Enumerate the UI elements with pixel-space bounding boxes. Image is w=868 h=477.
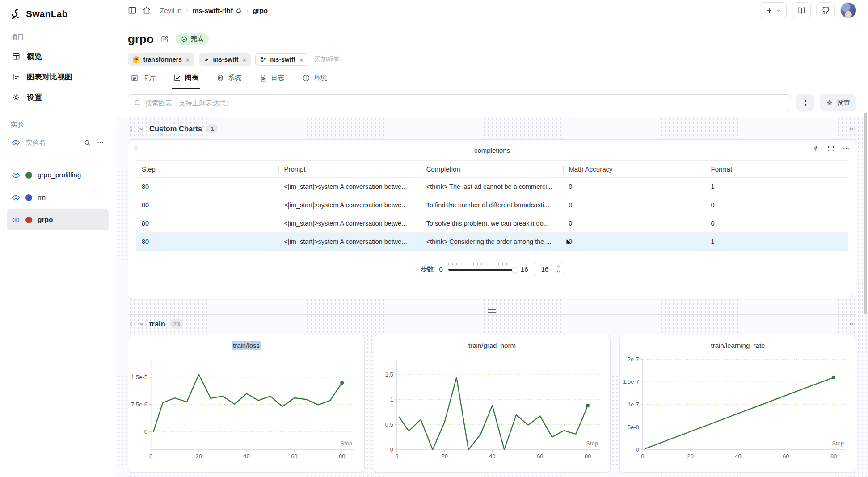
table-row[interactable]: 80<|im_start|>system A conversation betw… bbox=[136, 196, 848, 214]
tab-info[interactable]: 环境 bbox=[302, 74, 327, 88]
fullscreen-icon[interactable] bbox=[827, 145, 834, 152]
section-resize-handle[interactable] bbox=[488, 309, 496, 313]
table-row[interactable]: 80<|im_start|>system A conversation betw… bbox=[136, 233, 848, 251]
card-drag-handle-icon[interactable] bbox=[134, 144, 139, 150]
svg-text:1e-7: 1e-7 bbox=[628, 401, 639, 408]
visibility-eye-icon[interactable] bbox=[12, 193, 20, 202]
sidebar-item-overview[interactable]: 概览 bbox=[7, 46, 109, 67]
git-branch-icon bbox=[260, 56, 267, 63]
log-icon bbox=[259, 74, 267, 82]
search-icon bbox=[134, 99, 141, 107]
gear-icon bbox=[826, 99, 833, 106]
experiment-name: grpo_profilling bbox=[38, 171, 81, 179]
table-row[interactable]: 80<|im_start|>system A conversation betw… bbox=[136, 214, 848, 233]
home-icon[interactable] bbox=[142, 6, 151, 15]
add-tag-button[interactable]: 添加标签... bbox=[315, 55, 345, 63]
section-divider bbox=[128, 314, 856, 315]
swift-icon bbox=[203, 56, 210, 63]
breadcrumb-project[interactable]: ms-swift-rlhf bbox=[193, 7, 242, 14]
sidebar-item-compare[interactable]: 图表对比视图 bbox=[7, 67, 109, 87]
card-more-icon[interactable] bbox=[843, 145, 850, 152]
svg-text:60: 60 bbox=[537, 453, 543, 460]
github-button[interactable] bbox=[816, 2, 835, 18]
column-header[interactable]: Math Accuracy bbox=[563, 161, 705, 178]
step-down-icon[interactable] bbox=[556, 269, 561, 274]
experiment-search-icon[interactable] bbox=[84, 139, 91, 146]
section-title: Custom Charts bbox=[149, 125, 202, 133]
chart-search-input[interactable] bbox=[145, 99, 785, 107]
remove-tag-icon[interactable]: × bbox=[186, 56, 190, 63]
toggle-all-visibility-icon[interactable] bbox=[12, 138, 20, 147]
drag-handle-icon[interactable] bbox=[128, 126, 134, 132]
step-up-icon[interactable] bbox=[556, 264, 561, 269]
collapse-sections-button[interactable] bbox=[796, 94, 814, 111]
table-cell: 0 bbox=[563, 196, 705, 214]
book-icon bbox=[797, 6, 806, 15]
step-slider-min: 0 bbox=[439, 265, 442, 273]
visibility-eye-icon[interactable] bbox=[12, 216, 20, 224]
svg-text:0: 0 bbox=[641, 453, 644, 460]
experiment-name: rm bbox=[38, 193, 46, 201]
edit-title-icon[interactable] bbox=[160, 35, 169, 43]
breadcrumb-experiment[interactable]: grpo bbox=[253, 7, 268, 14]
section-more-icon[interactable] bbox=[849, 320, 856, 328]
line-chart-train-learning_rate[interactable]: 05e-81e-71.5e-72e-7020406080Step bbox=[620, 356, 856, 473]
experiment-item-rm[interactable]: rm bbox=[7, 187, 109, 208]
chart-title: train/learning_rate bbox=[620, 335, 856, 356]
check-circle-icon bbox=[181, 36, 188, 42]
experiment-list: grpo_profillingrmgrpo bbox=[7, 164, 109, 230]
column-header[interactable]: Prompt bbox=[278, 161, 421, 178]
tab-card[interactable]: 卡片 bbox=[131, 74, 156, 88]
table-row[interactable]: 80<|im_start|>system A conversation betw… bbox=[136, 178, 848, 196]
experiment-item-grpo[interactable]: grpo bbox=[7, 209, 109, 230]
collapse-section-icon[interactable] bbox=[138, 126, 145, 132]
tab-chart[interactable]: 图表 bbox=[173, 74, 198, 88]
svg-text:0: 0 bbox=[144, 428, 147, 435]
chart-card-train-learning_rate: train/learning_rate05e-81e-71.5e-72e-702… bbox=[619, 335, 856, 473]
drag-handle-icon[interactable] bbox=[128, 321, 134, 327]
sidebar-toggle-icon[interactable] bbox=[128, 6, 137, 15]
chart-settings-button[interactable]: 设置 bbox=[820, 94, 856, 111]
collapse-section-icon[interactable] bbox=[138, 321, 145, 327]
cpu-icon bbox=[216, 74, 224, 82]
tag-label: ms-swift bbox=[270, 56, 295, 63]
compare-icon bbox=[12, 72, 21, 81]
visibility-eye-icon[interactable] bbox=[12, 171, 20, 180]
table-cell: 80 bbox=[136, 178, 278, 196]
vertical-scrollbar[interactable] bbox=[864, 113, 867, 314]
step-value-field[interactable] bbox=[534, 265, 556, 273]
table-cell: 80 bbox=[136, 214, 278, 233]
table-cell: 0 bbox=[706, 214, 848, 233]
sidebar-item-gear[interactable]: 设置 bbox=[7, 87, 109, 108]
chart-search-box[interactable] bbox=[128, 94, 791, 111]
brand[interactable]: SwanLab bbox=[7, 0, 109, 28]
column-header[interactable]: Step bbox=[136, 161, 278, 178]
slider-track[interactable] bbox=[448, 269, 515, 271]
section-more-icon[interactable] bbox=[849, 125, 856, 133]
chart-settings-label: 设置 bbox=[837, 99, 850, 107]
slider-thumb[interactable] bbox=[512, 267, 518, 273]
experiment-item-grpo_profilling[interactable]: grpo_profilling bbox=[7, 164, 109, 186]
step-number-input[interactable] bbox=[534, 262, 564, 276]
tab-log[interactable]: 日志 bbox=[259, 74, 284, 88]
card-resize-handle[interactable] bbox=[849, 292, 854, 297]
tab-cpu[interactable]: 系统 bbox=[216, 74, 241, 88]
column-header[interactable]: Format bbox=[706, 161, 848, 178]
experiment-more-icon[interactable] bbox=[97, 139, 104, 146]
line-chart-train-loss[interactable]: 07.5e-61.5e-5020406080Step bbox=[128, 356, 364, 473]
line-chart-train-grad_norm[interactable]: 00.511.5020406080Step bbox=[374, 356, 610, 473]
sidebar-nav: 概览图表对比视图设置 bbox=[7, 46, 109, 108]
breadcrumb-user[interactable]: ZeyiLin bbox=[160, 7, 181, 14]
column-header[interactable]: Completion bbox=[421, 161, 563, 178]
user-avatar[interactable] bbox=[840, 2, 856, 18]
remove-tag-icon[interactable]: × bbox=[299, 56, 303, 63]
sidebar-item-label: 设置 bbox=[27, 92, 42, 103]
tag-ms-swift: ms-swift× bbox=[255, 53, 308, 66]
pin-icon[interactable] bbox=[812, 145, 819, 152]
page-title: grpo bbox=[128, 32, 154, 46]
docs-button[interactable] bbox=[792, 2, 811, 18]
swanlab-logo-icon bbox=[10, 8, 21, 20]
new-project-button[interactable] bbox=[760, 2, 787, 18]
remove-tag-icon[interactable]: × bbox=[242, 56, 246, 63]
step-slider[interactable] bbox=[448, 263, 515, 275]
